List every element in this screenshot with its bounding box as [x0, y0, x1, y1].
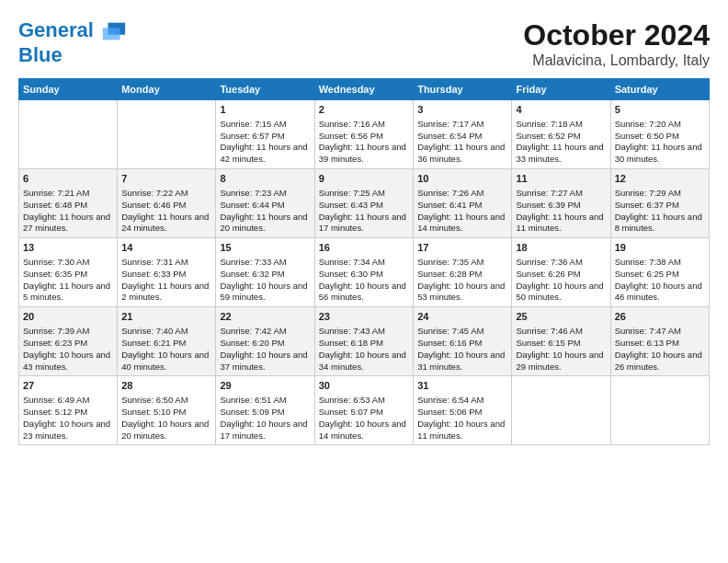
calendar-cell: 30Sunrise: 6:53 AMSunset: 5:07 PMDayligh…: [314, 376, 413, 445]
day-detail: Sunrise: 7:27 AM: [516, 188, 606, 200]
day-detail: Sunrise: 7:17 AM: [417, 119, 507, 131]
day-detail: Daylight: 11 hours and 5 minutes.: [23, 281, 113, 304]
day-number: 15: [220, 241, 310, 255]
day-detail: Sunrise: 7:40 AM: [121, 326, 211, 338]
day-detail: Sunrise: 7:22 AM: [121, 188, 211, 200]
day-detail: Daylight: 11 hours and 14 minutes.: [417, 212, 507, 236]
day-detail: Sunrise: 7:42 AM: [220, 326, 310, 338]
calendar-week-row: 20Sunrise: 7:39 AMSunset: 6:23 PMDayligh…: [19, 307, 710, 376]
weekday-header: Monday: [118, 79, 216, 100]
day-detail: Sunset: 6:46 PM: [121, 200, 211, 212]
day-detail: Sunrise: 7:26 AM: [417, 188, 507, 200]
calendar-cell: 16Sunrise: 7:34 AMSunset: 6:30 PMDayligh…: [314, 238, 413, 307]
calendar-cell: 8Sunrise: 7:23 AMSunset: 6:44 PMDaylight…: [216, 169, 314, 238]
day-detail: Daylight: 10 hours and 59 minutes.: [220, 281, 310, 304]
calendar-week-row: 6Sunrise: 7:21 AMSunset: 6:48 PMDaylight…: [19, 169, 710, 238]
day-detail: Daylight: 10 hours and 37 minutes.: [220, 350, 310, 373]
logo-icon: [101, 18, 127, 44]
calendar-table: SundayMondayTuesdayWednesdayThursdayFrid…: [18, 78, 710, 445]
day-detail: Daylight: 11 hours and 30 minutes.: [615, 142, 705, 166]
day-detail: Sunrise: 6:49 AM: [23, 395, 113, 407]
weekday-header: Friday: [512, 79, 610, 100]
calendar-cell: 7Sunrise: 7:22 AMSunset: 6:46 PMDaylight…: [118, 169, 216, 238]
day-number: 8: [220, 172, 310, 186]
day-number: 26: [615, 310, 705, 324]
day-detail: Sunset: 6:37 PM: [615, 200, 705, 212]
day-number: 7: [121, 172, 211, 186]
day-detail: Daylight: 10 hours and 43 minutes.: [23, 350, 113, 373]
day-detail: Daylight: 11 hours and 33 minutes.: [516, 142, 606, 166]
day-number: 18: [516, 241, 606, 255]
day-detail: Sunset: 5:07 PM: [319, 407, 409, 419]
day-detail: Daylight: 11 hours and 2 minutes.: [121, 281, 211, 304]
day-number: 19: [615, 241, 705, 255]
calendar-cell: 19Sunrise: 7:38 AMSunset: 6:25 PMDayligh…: [610, 238, 709, 307]
day-number: 4: [516, 103, 606, 117]
calendar-cell: 28Sunrise: 6:50 AMSunset: 5:10 PMDayligh…: [118, 376, 216, 445]
day-detail: Sunrise: 7:43 AM: [319, 326, 409, 338]
day-detail: Sunset: 6:33 PM: [121, 269, 211, 281]
day-detail: Daylight: 10 hours and 29 minutes.: [516, 350, 606, 373]
day-detail: Sunset: 6:35 PM: [23, 269, 113, 281]
day-number: 28: [121, 379, 211, 393]
day-number: 9: [319, 172, 409, 186]
calendar-cell: 22Sunrise: 7:42 AMSunset: 6:20 PMDayligh…: [216, 307, 314, 376]
day-number: 21: [121, 310, 211, 324]
day-detail: Daylight: 11 hours and 24 minutes.: [121, 212, 211, 236]
month-title: October 2024: [523, 18, 710, 52]
day-detail: Sunset: 6:48 PM: [23, 200, 113, 212]
day-detail: Sunrise: 7:46 AM: [516, 326, 606, 338]
day-number: 11: [516, 172, 606, 186]
day-detail: Daylight: 10 hours and 20 minutes.: [121, 419, 211, 442]
calendar-cell: 1Sunrise: 7:15 AMSunset: 6:57 PMDaylight…: [216, 100, 314, 169]
day-number: 30: [319, 379, 409, 393]
day-detail: Daylight: 11 hours and 11 minutes.: [516, 212, 606, 236]
day-detail: Sunset: 6:39 PM: [516, 200, 606, 212]
day-detail: Daylight: 10 hours and 56 minutes.: [319, 281, 409, 304]
day-detail: Daylight: 11 hours and 8 minutes.: [615, 212, 705, 236]
day-number: 22: [220, 310, 310, 324]
location-title: Malavicina, Lombardy, Italy: [523, 52, 710, 69]
day-number: 10: [417, 172, 507, 186]
calendar-cell: [512, 376, 610, 445]
day-number: 14: [121, 241, 211, 255]
day-detail: Sunset: 5:06 PM: [417, 407, 507, 419]
day-number: 31: [417, 379, 507, 393]
day-detail: Daylight: 10 hours and 23 minutes.: [23, 419, 113, 442]
day-detail: Sunrise: 6:54 AM: [417, 395, 507, 407]
day-detail: Daylight: 11 hours and 36 minutes.: [417, 142, 507, 166]
day-detail: Daylight: 10 hours and 40 minutes.: [121, 350, 211, 373]
day-detail: Daylight: 11 hours and 20 minutes.: [220, 212, 310, 236]
day-detail: Sunrise: 7:15 AM: [220, 119, 310, 131]
day-detail: Sunrise: 7:30 AM: [23, 257, 113, 269]
day-number: 23: [319, 310, 409, 324]
day-detail: Daylight: 10 hours and 50 minutes.: [516, 281, 606, 304]
day-detail: Sunset: 6:44 PM: [220, 200, 310, 212]
day-detail: Daylight: 10 hours and 34 minutes.: [319, 350, 409, 373]
calendar-body: 1Sunrise: 7:15 AMSunset: 6:57 PMDaylight…: [19, 100, 710, 445]
day-detail: Sunrise: 6:51 AM: [220, 395, 310, 407]
day-detail: Sunset: 6:16 PM: [417, 338, 507, 350]
weekday-header: Wednesday: [314, 79, 413, 100]
day-number: 16: [319, 241, 409, 255]
calendar-cell: 3Sunrise: 7:17 AMSunset: 6:54 PMDaylight…: [414, 100, 512, 169]
day-number: 17: [417, 241, 507, 255]
calendar-cell: 4Sunrise: 7:18 AMSunset: 6:52 PMDaylight…: [512, 100, 610, 169]
day-number: 5: [615, 103, 705, 117]
day-detail: Sunrise: 7:23 AM: [220, 188, 310, 200]
day-detail: Sunrise: 6:53 AM: [319, 395, 409, 407]
calendar-header: SundayMondayTuesdayWednesdayThursdayFrid…: [19, 79, 710, 100]
day-detail: Sunrise: 7:35 AM: [417, 257, 507, 269]
day-detail: Sunrise: 7:31 AM: [121, 257, 211, 269]
logo-text: General: [18, 18, 127, 44]
weekday-header: Sunday: [19, 79, 118, 100]
day-detail: Sunset: 6:21 PM: [121, 338, 211, 350]
title-block: October 2024 Malavicina, Lombardy, Italy: [523, 18, 710, 69]
svg-marker-1: [103, 28, 120, 40]
day-detail: Daylight: 10 hours and 31 minutes.: [417, 350, 507, 373]
day-detail: Sunrise: 7:34 AM: [319, 257, 409, 269]
day-detail: Daylight: 11 hours and 27 minutes.: [23, 212, 113, 236]
day-detail: Sunset: 6:15 PM: [516, 338, 606, 350]
calendar-cell: [19, 100, 118, 169]
calendar-cell: 5Sunrise: 7:20 AMSunset: 6:50 PMDaylight…: [610, 100, 709, 169]
